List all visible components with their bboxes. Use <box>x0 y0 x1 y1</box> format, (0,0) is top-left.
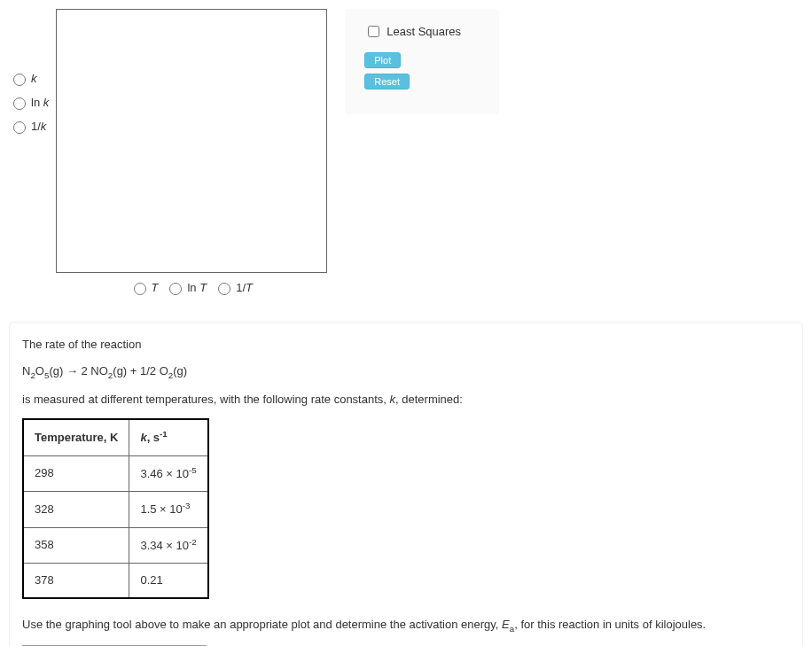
x-option-t-radio[interactable] <box>134 283 146 295</box>
table-header-k: k, s-1 <box>129 419 208 455</box>
question-intro: The rate of the reaction <box>22 335 790 354</box>
graph-tool-area: k ln k 1/k T ln T 1/T <box>9 9 803 295</box>
plot-canvas[interactable] <box>56 9 327 273</box>
cell-k: 3.34 × 10-2 <box>129 527 208 563</box>
cell-temp: 328 <box>23 492 129 527</box>
reset-button[interactable]: Reset <box>364 74 410 90</box>
controls-panel: Least Squares Plot Reset <box>345 9 499 114</box>
cell-temp: 298 <box>23 455 129 491</box>
least-squares-checkbox[interactable] <box>368 26 379 37</box>
plot-button[interactable]: Plot <box>364 52 401 68</box>
plot-column: T ln T 1/T <box>56 9 327 295</box>
question-prompt: Use the graphing tool above to make an a… <box>22 615 790 636</box>
x-axis-radio-group: T ln T 1/T <box>56 280 325 295</box>
x-option-invt-radio[interactable] <box>218 283 230 295</box>
x-option-lnt-label: ln T <box>187 281 207 294</box>
x-option-lnt-radio[interactable] <box>169 283 182 295</box>
cell-k: 0.21 <box>129 564 208 599</box>
data-table: Temperature, K k, s-1 298 3.46 × 10-5 32… <box>22 418 209 599</box>
reaction-equation: N2O5(g) → 2 NO2(g) + 1/2 O2(g) <box>22 362 790 383</box>
table-row: 328 1.5 × 10-3 <box>23 492 208 527</box>
cell-k: 1.5 × 10-3 <box>129 492 208 527</box>
y-option-k-radio[interactable] <box>13 74 26 86</box>
measured-text: is measured at different temperatures, w… <box>22 390 790 409</box>
y-option-k-label: k <box>31 72 37 85</box>
x-option-t-label: T <box>152 281 159 294</box>
y-option-lnk-radio[interactable] <box>13 97 26 110</box>
table-row: 378 0.21 <box>23 564 208 599</box>
cell-temp: 378 <box>23 564 129 599</box>
cell-k: 3.46 × 10-5 <box>129 455 208 491</box>
x-option-invt-label: 1/T <box>236 281 253 294</box>
y-option-invk-radio[interactable] <box>13 121 26 134</box>
y-option-lnk-label: ln k <box>31 96 49 109</box>
table-row: 298 3.46 × 10-5 <box>23 455 208 491</box>
table-row: 358 3.34 × 10-2 <box>23 527 208 563</box>
y-option-invk-label: 1/k <box>31 120 46 133</box>
question-block: The rate of the reaction N2O5(g) → 2 NO2… <box>9 322 803 646</box>
cell-temp: 358 <box>23 527 129 563</box>
least-squares-label: Least Squares <box>386 25 461 38</box>
y-axis-radio-group: k ln k 1/k <box>9 71 49 143</box>
table-header-temp: Temperature, K <box>23 419 129 455</box>
